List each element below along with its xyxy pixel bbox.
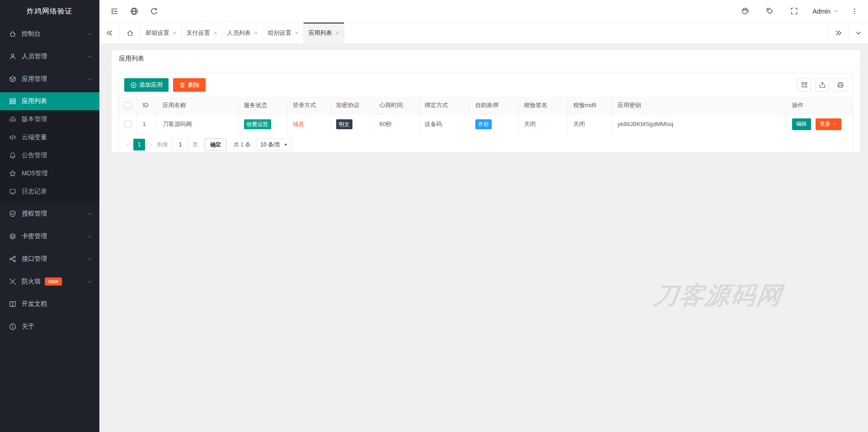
table-header-row: ID应用名称服务状态登录方式加密协议心跳时间绑定方式自助换绑校验签名校验md5应… bbox=[119, 97, 853, 114]
user-menu[interactable]: Admin bbox=[812, 8, 839, 15]
column-header: 绑定方式 bbox=[419, 97, 469, 114]
cell-heartbeat: 60秒 bbox=[374, 114, 419, 134]
goto-page-input[interactable] bbox=[171, 139, 189, 150]
main-content: 刀客源码网 应用列表 添加应用 删除 bbox=[99, 44, 868, 432]
close-icon[interactable]: × bbox=[295, 30, 298, 36]
sidebar-item-app-list[interactable]: 应用列表 bbox=[0, 92, 99, 110]
sidebar-item-label: 控制台 bbox=[22, 30, 41, 38]
export-button[interactable] bbox=[816, 78, 829, 92]
sidebar-item-label: 关于 bbox=[22, 323, 34, 331]
more-options-icon[interactable] bbox=[851, 8, 858, 15]
next-page-button[interactable]: › bbox=[148, 141, 154, 149]
globe-icon[interactable] bbox=[130, 7, 138, 15]
tab-label: 应用列表 bbox=[308, 29, 332, 37]
collapse-sidebar-icon[interactable] bbox=[110, 7, 118, 15]
tab-app-list[interactable]: 应用列表× bbox=[304, 23, 344, 43]
brand-title: 炸鸡网络验证 bbox=[0, 0, 99, 23]
sidebar-item-docs[interactable]: 开发文档 bbox=[0, 293, 99, 315]
book-icon bbox=[9, 301, 16, 308]
sidebar-item-label: 日志记录 bbox=[22, 188, 47, 196]
chevron-down-icon bbox=[87, 279, 93, 285]
sidebar-item-label: 应用列表 bbox=[22, 97, 47, 105]
table-toolbar: 添加应用 删除 bbox=[119, 73, 853, 97]
close-icon[interactable]: × bbox=[213, 30, 217, 36]
current-page[interactable]: 1 bbox=[133, 139, 145, 150]
filter-columns-button[interactable] bbox=[798, 78, 811, 92]
theme-palette-icon[interactable] bbox=[741, 7, 749, 15]
sidebar-item-api[interactable]: 接口管理 bbox=[0, 248, 99, 270]
total-count-label: 共 1 条 bbox=[234, 141, 250, 149]
row-checkbox[interactable] bbox=[124, 121, 131, 128]
tab-group-settings[interactable]: 组别设置× bbox=[263, 23, 304, 43]
chevron-down-icon bbox=[87, 256, 93, 262]
home-tab-button[interactable] bbox=[119, 23, 141, 43]
fullscreen-icon[interactable] bbox=[790, 7, 798, 15]
home-icon bbox=[9, 30, 16, 38]
watermark: 刀客源码网 bbox=[652, 279, 785, 312]
chevron-down-icon bbox=[833, 8, 839, 14]
tab-user-list[interactable]: 人员列表× bbox=[222, 23, 263, 43]
cell-id: 1 bbox=[137, 114, 157, 134]
select-all-checkbox[interactable] bbox=[124, 102, 131, 109]
chevron-up-icon bbox=[87, 76, 93, 82]
cell-app-name: 刀客源码网 bbox=[157, 114, 238, 134]
sidebar-item-cloud-vars[interactable]: 云端变量 bbox=[0, 128, 99, 146]
applications-table: ID应用名称服务状态登录方式加密协议心跳时间绑定方式自助换绑校验签名校验md5应… bbox=[119, 97, 853, 134]
sidebar-item-cards[interactable]: 卡密管理 bbox=[0, 225, 99, 248]
plus-circle-icon bbox=[130, 82, 137, 89]
tab-label: 人员列表 bbox=[227, 29, 250, 37]
sidebar-item-firewall[interactable]: 防火墙new bbox=[0, 270, 99, 293]
more-button[interactable]: 更多 bbox=[816, 118, 841, 130]
sidebar-item-label: 人员管理 bbox=[22, 52, 47, 61]
chevron-down-icon bbox=[87, 31, 93, 37]
close-icon[interactable]: × bbox=[335, 30, 339, 36]
tag-icon[interactable] bbox=[766, 7, 774, 15]
app-list-panel: 应用列表 添加应用 删除 bbox=[112, 50, 860, 152]
refresh-icon[interactable] bbox=[150, 7, 158, 15]
scroll-tabs-right-button[interactable] bbox=[828, 23, 848, 43]
layers-icon bbox=[9, 233, 16, 240]
column-header: 加密协议 bbox=[330, 97, 374, 114]
close-icon[interactable]: × bbox=[254, 30, 258, 36]
page-size-select[interactable]: 10 条/页 ▼ bbox=[256, 138, 292, 151]
username: Admin bbox=[812, 8, 830, 15]
sidebar-item-console[interactable]: 控制台 bbox=[0, 23, 99, 45]
edit-button[interactable]: 编辑 bbox=[792, 118, 811, 130]
sidebar-item-about[interactable]: 关于 bbox=[0, 315, 99, 338]
print-button[interactable] bbox=[834, 78, 847, 92]
tab-options-button[interactable] bbox=[848, 23, 868, 43]
sidebar-item-label: 防火墙 bbox=[22, 277, 41, 286]
column-header: 操作 bbox=[786, 97, 853, 114]
confirm-page-button[interactable]: 确定 bbox=[205, 138, 226, 151]
table-row: 1 刀客源码网 收费运营 域名 明文 60秒 设备码 开启 关闭 关闭 yk88… bbox=[119, 114, 853, 134]
column-header: 校验md5 bbox=[568, 97, 612, 114]
service-status-badge: 收费运营 bbox=[244, 119, 271, 129]
submenu: 应用列表版本管理云端变量公告管理MD5管理日志记录 bbox=[0, 90, 99, 202]
column-header: 心跳时间 bbox=[374, 97, 419, 114]
new-badge: new bbox=[45, 277, 62, 286]
chevron-down-icon bbox=[87, 54, 93, 60]
top-header: Admin bbox=[99, 0, 868, 23]
trash-icon bbox=[179, 82, 186, 89]
close-icon[interactable]: × bbox=[173, 30, 176, 36]
sidebar-item-apps[interactable]: 应用管理 bbox=[0, 68, 99, 90]
sidebar-item-md5[interactable]: MD5管理 bbox=[0, 164, 99, 183]
column-header: 自助换绑 bbox=[469, 97, 518, 114]
cloud-upload-icon bbox=[9, 116, 16, 123]
sidebar-item-auth[interactable]: 授权管理 bbox=[0, 202, 99, 225]
scroll-tabs-left-button[interactable] bbox=[99, 23, 119, 43]
share-icon bbox=[9, 255, 16, 263]
tab-email-settings[interactable]: 邮箱设置× bbox=[141, 23, 182, 43]
sidebar-item-announcements[interactable]: 公告管理 bbox=[0, 146, 99, 164]
sidebar-item-versions[interactable]: 版本管理 bbox=[0, 110, 99, 128]
sidebar-item-logs[interactable]: 日志记录 bbox=[0, 183, 99, 201]
prev-page-button[interactable]: ‹ bbox=[124, 141, 131, 149]
delete-button[interactable]: 删除 bbox=[173, 78, 206, 92]
sidebar-item-users[interactable]: 人员管理 bbox=[0, 45, 99, 68]
sidebar-item-label: MD5管理 bbox=[22, 169, 48, 178]
shield-icon bbox=[9, 210, 16, 217]
add-app-button[interactable]: 添加应用 bbox=[124, 78, 169, 92]
column-header: 校验签名 bbox=[518, 97, 568, 114]
tab-payment-settings[interactable]: 支付设置× bbox=[182, 23, 222, 43]
sidebar-menu: 控制台人员管理应用管理应用列表版本管理云端变量公告管理MD5管理日志记录授权管理… bbox=[0, 23, 99, 338]
